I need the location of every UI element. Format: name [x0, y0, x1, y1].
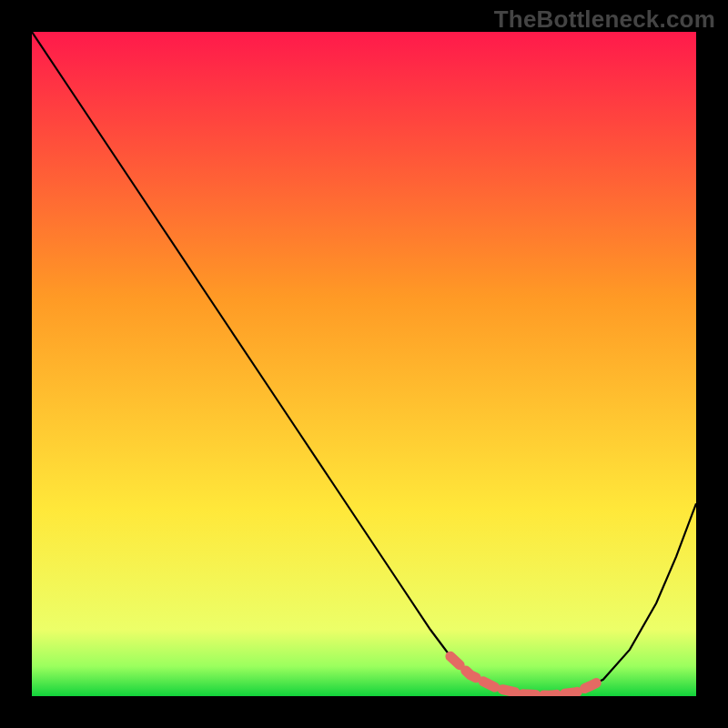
watermark-text: TheBottleneck.com: [494, 5, 715, 34]
chart-svg: [32, 32, 696, 696]
chart-plot-area: [32, 32, 696, 696]
gradient-background: [32, 32, 696, 696]
